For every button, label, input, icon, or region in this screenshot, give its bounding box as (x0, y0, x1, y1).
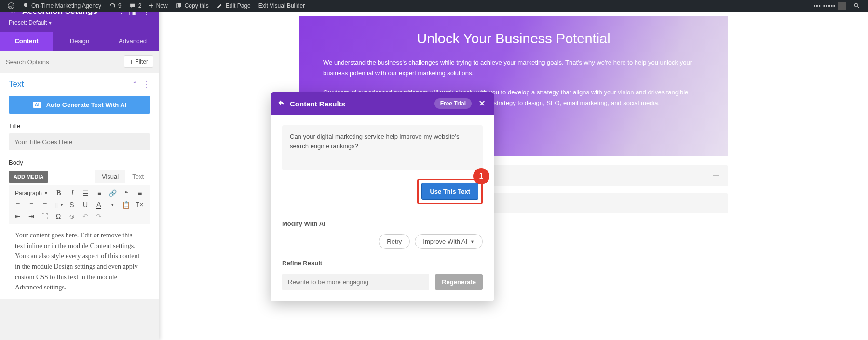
body-editor[interactable]: Your content goes here. Edit or remove t… (9, 224, 150, 299)
underline-icon[interactable]: U (81, 200, 90, 209)
refine-label: Refine Result (282, 260, 483, 267)
edit-page[interactable]: Edit Page (213, 2, 255, 9)
strike-icon[interactable]: S (67, 200, 77, 209)
panel-tabs: Content Design Advanced (0, 32, 159, 51)
free-trial-badge[interactable]: Free Trial (434, 98, 472, 109)
close-icon[interactable]: ✕ (476, 98, 488, 109)
page-canvas: Unlock Your Business Potential We unders… (159, 12, 868, 340)
improve-with-ai-button[interactable]: Improve With AI▼ (415, 234, 483, 249)
tab-advanced[interactable]: Advanced (106, 32, 159, 51)
annotation-badge: 1 (473, 168, 489, 184)
emoji-icon[interactable]: ☺ (67, 211, 77, 221)
section-text-header[interactable]: Text ⌃⋮ (9, 79, 150, 89)
bold-icon[interactable]: B (54, 188, 64, 198)
italic-icon[interactable]: I (68, 188, 77, 198)
site-name[interactable]: On-Time Marketing Agency (18, 2, 105, 9)
link-icon[interactable]: 🔗 (108, 188, 118, 198)
redo-icon[interactable]: ↷ (94, 211, 104, 221)
textcolor-icon[interactable]: A (94, 200, 104, 209)
ai-badge: AI (33, 102, 41, 108)
settings-panel: Accordion Settings ⛶ ◨ ⋮ Preset: Default… (0, 0, 159, 340)
tab-design[interactable]: Design (53, 32, 106, 51)
wp-logo[interactable] (4, 2, 18, 9)
kebab-icon[interactable]: ⋮ (143, 80, 150, 89)
user-menu[interactable]: ▪▪▪ ▪▪▪▪▪ (810, 2, 850, 10)
align-center-icon[interactable]: ≡ (13, 200, 23, 209)
align-right-icon[interactable]: ≡ (27, 200, 36, 209)
back-icon[interactable] (277, 99, 285, 108)
editor-toolbar: Paragraph ▼ B I ☰ ≡ 🔗 ❝ ≡ ≡ ≡ ≡ ▦▾ S U A… (9, 185, 150, 224)
fullscreen-icon[interactable]: ⛶ (40, 211, 50, 221)
tab-content[interactable]: Content (0, 32, 53, 51)
search-options-input[interactable] (6, 58, 124, 65)
search-icon[interactable] (850, 2, 864, 9)
wp-admin-bar: On-Time Marketing Agency 9 2 +New Copy t… (0, 0, 868, 12)
hero-heading: Unlock Your Business Potential (323, 31, 704, 47)
retry-button[interactable]: Retry (379, 234, 410, 249)
preset-selector[interactable]: Preset: Default ▾ (9, 19, 150, 26)
annotation-highlight: Use This Text (417, 179, 483, 204)
modify-label: Modify With AI (282, 220, 483, 227)
outdent-icon[interactable]: ⇤ (13, 211, 23, 221)
table-icon[interactable]: ▦▾ (54, 200, 63, 209)
content-results-modal: Content Results Free Trial ✕ Can your di… (271, 92, 494, 301)
clear-format-icon[interactable]: T× (135, 200, 144, 209)
section-title: Text (9, 79, 24, 89)
hero-paragraph: We understand the business's challenges … (323, 57, 704, 78)
add-media-button[interactable]: ADD MEDIA (9, 171, 48, 183)
ol-icon[interactable]: ≡ (95, 188, 104, 198)
title-input[interactable] (9, 133, 150, 150)
more-icon[interactable]: ▾ (108, 200, 117, 209)
svg-point-3 (854, 3, 858, 7)
use-this-text-button[interactable]: Use This Text (421, 183, 478, 200)
modal-header: Content Results Free Trial ✕ (271, 92, 494, 115)
auto-generate-ai-button[interactable]: AI Auto Generate Text With AI (9, 96, 150, 114)
paste-icon[interactable]: 📋 (121, 200, 131, 209)
align-justify-icon[interactable]: ≡ (40, 200, 50, 209)
avatar (838, 2, 846, 10)
filter-button[interactable]: +Filter (124, 55, 153, 68)
special-char-icon[interactable]: Ω (54, 211, 63, 221)
ul-icon[interactable]: ☰ (81, 188, 91, 198)
editor-tab-text[interactable]: Text (125, 170, 150, 183)
collapse-icon (713, 175, 719, 176)
body-label: Body (9, 159, 150, 166)
title-label: Title (9, 122, 150, 130)
indent-icon[interactable]: ⇥ (27, 211, 36, 221)
regenerate-button[interactable]: Regenerate (435, 274, 483, 290)
new[interactable]: +New (145, 1, 171, 10)
undo-icon[interactable]: ↶ (81, 211, 90, 221)
comments[interactable]: 2 (125, 2, 146, 9)
editor-tab-visual[interactable]: Visual (95, 170, 125, 183)
copy-this[interactable]: Copy this (172, 2, 213, 9)
search-options-row: +Filter (0, 51, 159, 73)
modal-title: Content Results (290, 100, 430, 108)
format-select[interactable]: Paragraph ▼ (13, 188, 50, 198)
quote-icon[interactable]: ❝ (122, 188, 131, 198)
refine-input[interactable] (282, 274, 429, 290)
result-text: Can your digital marketing service help … (282, 125, 483, 170)
chevron-up-icon[interactable]: ⌃ (132, 80, 138, 89)
align-left-icon[interactable]: ≡ (135, 188, 145, 198)
exit-visual-builder[interactable]: Exit Visual Builder (255, 2, 309, 9)
svg-rect-2 (178, 3, 181, 7)
updates[interactable]: 9 (105, 2, 125, 9)
